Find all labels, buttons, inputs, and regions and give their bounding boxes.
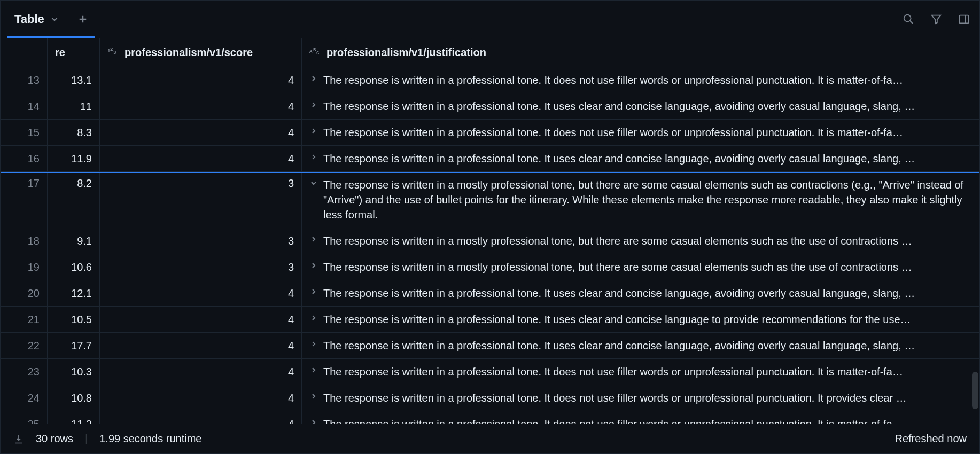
table-row[interactable]: 1611.94The response is written in a prof… xyxy=(1,146,979,172)
cell-justification[interactable]: The response is written in a mostly prof… xyxy=(302,228,979,254)
cell-score[interactable]: 4 xyxy=(100,93,302,119)
cell-re[interactable]: 17.7 xyxy=(48,333,100,358)
cell-re[interactable]: 11.2 xyxy=(48,411,100,424)
column-header-justification[interactable]: ABC professionalism/v1/justification xyxy=(302,38,979,67)
cell-re[interactable]: 11 xyxy=(48,93,100,119)
justification-text: The response is written in a professiona… xyxy=(323,125,903,140)
cell-re[interactable]: 10.3 xyxy=(48,359,100,385)
add-tab-button[interactable] xyxy=(74,11,91,28)
cell-score[interactable]: 4 xyxy=(100,333,302,358)
cell-justification[interactable]: The response is written in a professiona… xyxy=(302,385,979,411)
table-row[interactable]: 2217.74The response is written in a prof… xyxy=(1,333,979,359)
cell-justification[interactable]: The response is written in a mostly prof… xyxy=(302,172,979,228)
row-number: 19 xyxy=(1,254,48,280)
cell-re[interactable]: 12.1 xyxy=(48,280,100,306)
svg-point-0 xyxy=(904,15,911,22)
cell-justification[interactable]: The response is written in a professiona… xyxy=(302,280,979,306)
search-button[interactable] xyxy=(899,10,917,28)
row-number: 17 xyxy=(1,172,48,228)
status-bar: 30 rows | 1.99 seconds runtime Refreshed… xyxy=(1,424,979,453)
table-row[interactable]: 2012.14The response is written in a prof… xyxy=(1,280,979,307)
justification-text: The response is written in a professiona… xyxy=(323,151,915,166)
tab-label: Table xyxy=(14,12,44,26)
justification-text: The response is written in a professiona… xyxy=(323,312,911,327)
row-count-label: 30 rows xyxy=(36,433,73,445)
cell-score[interactable]: 4 xyxy=(100,67,302,93)
table-row[interactable]: 2410.84The response is written in a prof… xyxy=(1,385,979,411)
chevron-down-icon[interactable] xyxy=(50,14,59,24)
chevron-right-icon[interactable] xyxy=(309,261,318,270)
row-number: 20 xyxy=(1,280,48,306)
cell-re[interactable]: 10.6 xyxy=(48,254,100,280)
table-row[interactable]: 1313.14The response is written in a prof… xyxy=(1,67,979,93)
cell-score[interactable]: 4 xyxy=(100,359,302,385)
svg-text:A: A xyxy=(309,49,313,54)
tab-table[interactable]: Table xyxy=(7,1,67,38)
chevron-down-icon[interactable] xyxy=(309,179,318,187)
cell-justification[interactable]: The response is written in a professiona… xyxy=(302,333,979,358)
cell-justification[interactable]: The response is written in a professiona… xyxy=(302,67,979,93)
row-number: 18 xyxy=(1,228,48,254)
cell-re[interactable]: 13.1 xyxy=(48,67,100,93)
download-icon[interactable] xyxy=(13,434,24,444)
cell-re[interactable]: 11.9 xyxy=(48,146,100,171)
row-number: 25 xyxy=(1,411,48,424)
table-row[interactable]: 178.23The response is written in a mostl… xyxy=(1,172,979,228)
table-row[interactable]: 2310.34The response is written in a prof… xyxy=(1,359,979,385)
column-header-re[interactable]: re xyxy=(48,38,100,67)
cell-re[interactable]: 8.2 xyxy=(48,172,100,228)
cell-score[interactable]: 4 xyxy=(100,146,302,171)
cell-re[interactable]: 10.8 xyxy=(48,385,100,411)
cell-score[interactable]: 4 xyxy=(100,411,302,424)
cell-score[interactable]: 4 xyxy=(100,120,302,145)
chevron-right-icon[interactable] xyxy=(309,314,318,322)
cell-re[interactable]: 10.5 xyxy=(48,307,100,332)
column-header-score[interactable]: 123 professionalism/v1/score xyxy=(100,38,302,67)
chevron-right-icon[interactable] xyxy=(309,153,318,161)
cell-re[interactable]: 9.1 xyxy=(48,228,100,254)
cell-score[interactable]: 4 xyxy=(100,280,302,306)
table-row[interactable]: 2511.24The response is written in a prof… xyxy=(1,411,979,424)
justification-text: The response is written in a professiona… xyxy=(323,286,915,301)
chevron-right-icon[interactable] xyxy=(309,366,318,374)
cell-score[interactable]: 3 xyxy=(100,172,302,228)
chevron-right-icon[interactable] xyxy=(309,340,318,348)
chevron-right-icon[interactable] xyxy=(309,100,318,109)
cell-justification[interactable]: The response is written in a professiona… xyxy=(302,146,979,171)
cell-score[interactable]: 3 xyxy=(100,228,302,254)
table-row[interactable]: 158.34The response is written in a profe… xyxy=(1,120,979,146)
svg-text:2: 2 xyxy=(110,47,113,52)
column-header-rownum[interactable] xyxy=(1,38,48,67)
scrollbar-thumb[interactable] xyxy=(972,372,978,409)
cell-re[interactable]: 8.3 xyxy=(48,120,100,145)
cell-score[interactable]: 3 xyxy=(100,254,302,280)
table-row[interactable]: 1910.63The response is written in a most… xyxy=(1,254,979,280)
chevron-right-icon[interactable] xyxy=(309,287,318,296)
table-row[interactable]: 189.13The response is written in a mostl… xyxy=(1,228,979,254)
justification-text: The response is written in a mostly prof… xyxy=(323,260,912,275)
column-label: re xyxy=(55,46,65,59)
table-row[interactable]: 14114The response is written in a profes… xyxy=(1,93,979,120)
panel-toggle-button[interactable] xyxy=(955,10,973,28)
cell-justification[interactable]: The response is written in a professiona… xyxy=(302,307,979,332)
table-row[interactable]: 2110.54The response is written in a prof… xyxy=(1,307,979,333)
string-type-icon: ABC xyxy=(309,47,321,58)
svg-rect-1 xyxy=(960,15,969,24)
chevron-right-icon[interactable] xyxy=(309,235,318,244)
cell-score[interactable]: 4 xyxy=(100,307,302,332)
justification-text: The response is written in a mostly prof… xyxy=(323,233,912,248)
cell-score[interactable]: 4 xyxy=(100,385,302,411)
cell-justification[interactable]: The response is written in a professiona… xyxy=(302,120,979,145)
chevron-right-icon[interactable] xyxy=(309,392,318,401)
cell-justification[interactable]: The response is written in a mostly prof… xyxy=(302,254,979,280)
filter-button[interactable] xyxy=(927,10,945,28)
justification-text: The response is written in a professiona… xyxy=(323,338,915,353)
justification-text: The response is written in a professiona… xyxy=(323,364,903,379)
cell-justification[interactable]: The response is written in a professiona… xyxy=(302,411,979,424)
chevron-right-icon[interactable] xyxy=(309,418,318,424)
cell-justification[interactable]: The response is written in a professiona… xyxy=(302,93,979,119)
chevron-right-icon[interactable] xyxy=(309,127,318,135)
chevron-right-icon[interactable] xyxy=(309,74,318,83)
cell-justification[interactable]: The response is written in a professiona… xyxy=(302,359,979,385)
justification-text: The response is written in a professiona… xyxy=(323,73,903,88)
